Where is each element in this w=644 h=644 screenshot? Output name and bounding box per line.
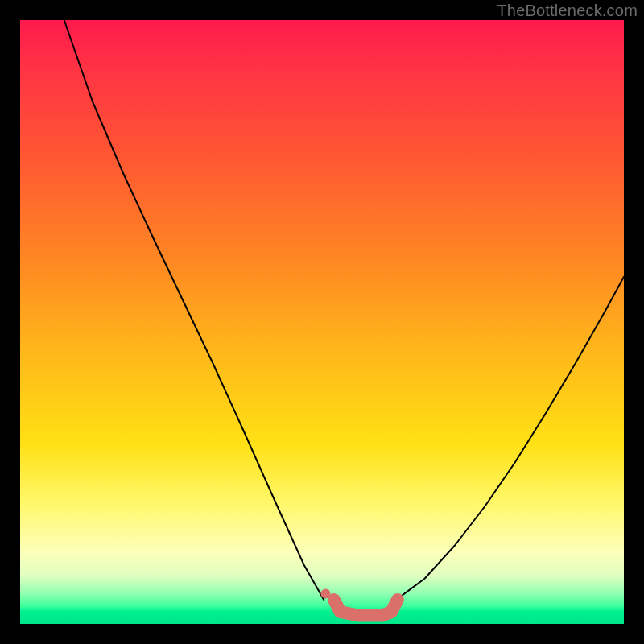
chart-frame: TheBottleneck.com — [0, 0, 644, 644]
marker-left-dot — [321, 589, 331, 599]
series-right-curve — [396, 277, 624, 600]
series-bottom-highlight — [334, 600, 398, 616]
watermark-text: TheBottleneck.com — [497, 2, 638, 20]
plot-area — [20, 20, 624, 624]
series-left-curve — [64, 20, 324, 600]
chart-svg — [20, 20, 624, 624]
series-group — [64, 20, 624, 616]
